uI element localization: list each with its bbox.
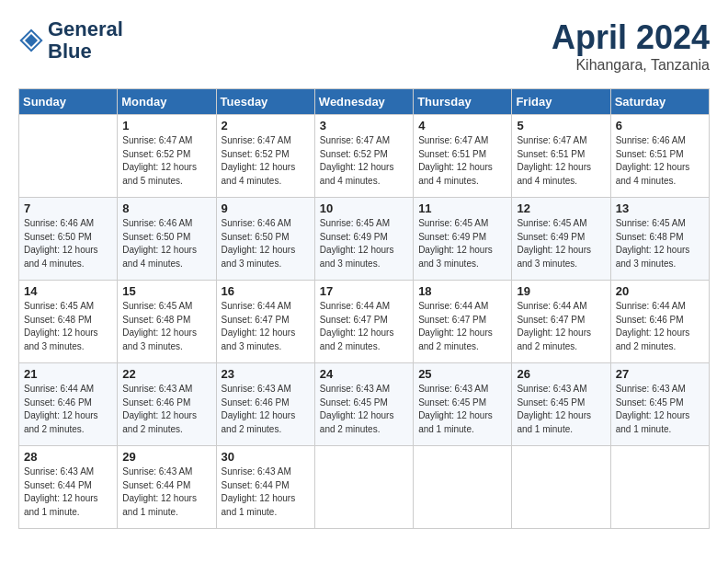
day-number: 7 xyxy=(24,201,112,215)
day-info: Sunrise: 6:43 AM Sunset: 6:45 PM Dayligh… xyxy=(616,383,704,436)
calendar-cell: 2Sunrise: 6:47 AM Sunset: 6:52 PM Daylig… xyxy=(216,115,314,198)
day-number: 21 xyxy=(24,367,112,381)
calendar-body: 1Sunrise: 6:47 AM Sunset: 6:52 PM Daylig… xyxy=(19,115,710,529)
day-number: 22 xyxy=(122,367,210,381)
calendar-week-2: 7Sunrise: 6:46 AM Sunset: 6:50 PM Daylig… xyxy=(19,198,710,281)
day-number: 20 xyxy=(616,284,704,298)
logo-text: General Blue xyxy=(48,18,123,63)
day-info: Sunrise: 6:46 AM Sunset: 6:50 PM Dayligh… xyxy=(24,217,112,270)
calendar-header-row: SundayMondayTuesdayWednesdayThursdayFrid… xyxy=(19,89,710,115)
calendar-cell: 15Sunrise: 6:45 AM Sunset: 6:48 PM Dayli… xyxy=(118,281,216,363)
day-number: 4 xyxy=(418,119,506,132)
day-info: Sunrise: 6:44 AM Sunset: 6:46 PM Dayligh… xyxy=(24,383,112,436)
day-number: 6 xyxy=(616,119,704,132)
calendar-cell: 6Sunrise: 6:46 AM Sunset: 6:51 PM Daylig… xyxy=(610,115,709,198)
column-header-sunday: Sunday xyxy=(19,89,118,115)
day-info: Sunrise: 6:45 AM Sunset: 6:49 PM Dayligh… xyxy=(517,217,605,270)
calendar-cell xyxy=(314,446,413,529)
day-number: 11 xyxy=(418,201,506,215)
calendar-cell: 9Sunrise: 6:46 AM Sunset: 6:50 PM Daylig… xyxy=(216,198,314,281)
day-number: 10 xyxy=(320,201,408,215)
day-info: Sunrise: 6:47 AM Sunset: 6:52 PM Dayligh… xyxy=(122,134,210,188)
calendar-cell xyxy=(19,115,118,198)
location-title: Kihangara, Tanzania xyxy=(552,57,710,74)
day-info: Sunrise: 6:45 AM Sunset: 6:48 PM Dayligh… xyxy=(616,217,704,270)
column-header-monday: Monday xyxy=(118,89,216,115)
day-info: Sunrise: 6:43 AM Sunset: 6:45 PM Dayligh… xyxy=(418,383,506,436)
day-info: Sunrise: 6:47 AM Sunset: 6:51 PM Dayligh… xyxy=(418,134,506,188)
calendar-cell: 12Sunrise: 6:45 AM Sunset: 6:49 PM Dayli… xyxy=(512,198,610,281)
column-header-thursday: Thursday xyxy=(414,89,512,115)
calendar-cell: 1Sunrise: 6:47 AM Sunset: 6:52 PM Daylig… xyxy=(118,115,216,198)
title-block: April 2024 Kihangara, Tanzania xyxy=(552,18,710,74)
day-number: 25 xyxy=(418,367,506,381)
day-info: Sunrise: 6:46 AM Sunset: 6:50 PM Dayligh… xyxy=(122,217,210,270)
calendar-cell: 11Sunrise: 6:45 AM Sunset: 6:49 PM Dayli… xyxy=(414,198,512,281)
day-info: Sunrise: 6:43 AM Sunset: 6:45 PM Dayligh… xyxy=(320,383,408,436)
calendar-cell: 28Sunrise: 6:43 AM Sunset: 6:44 PM Dayli… xyxy=(19,446,118,529)
day-number: 17 xyxy=(320,284,408,298)
calendar-week-4: 21Sunrise: 6:44 AM Sunset: 6:46 PM Dayli… xyxy=(19,363,710,446)
day-info: Sunrise: 6:45 AM Sunset: 6:49 PM Dayligh… xyxy=(320,217,408,270)
logo-icon xyxy=(18,28,44,53)
day-number: 30 xyxy=(222,450,310,464)
day-info: Sunrise: 6:44 AM Sunset: 6:47 PM Dayligh… xyxy=(517,300,605,353)
page-header: General Blue April 2024 Kihangara, Tanza… xyxy=(18,18,710,74)
day-number: 27 xyxy=(616,367,704,381)
calendar-cell: 10Sunrise: 6:45 AM Sunset: 6:49 PM Dayli… xyxy=(314,198,413,281)
calendar-cell: 21Sunrise: 6:44 AM Sunset: 6:46 PM Dayli… xyxy=(19,363,118,446)
day-number: 1 xyxy=(122,119,210,132)
day-info: Sunrise: 6:44 AM Sunset: 6:47 PM Dayligh… xyxy=(418,300,506,353)
day-info: Sunrise: 6:44 AM Sunset: 6:47 PM Dayligh… xyxy=(222,300,310,353)
day-number: 29 xyxy=(122,450,210,464)
calendar-cell: 17Sunrise: 6:44 AM Sunset: 6:47 PM Dayli… xyxy=(314,281,413,363)
calendar-cell: 19Sunrise: 6:44 AM Sunset: 6:47 PM Dayli… xyxy=(512,281,610,363)
calendar-cell: 5Sunrise: 6:47 AM Sunset: 6:51 PM Daylig… xyxy=(512,115,610,198)
day-number: 14 xyxy=(24,284,112,298)
column-header-saturday: Saturday xyxy=(610,89,709,115)
calendar-cell xyxy=(512,446,610,529)
calendar-cell: 20Sunrise: 6:44 AM Sunset: 6:46 PM Dayli… xyxy=(610,281,709,363)
day-number: 23 xyxy=(222,367,310,381)
day-number: 5 xyxy=(517,119,605,132)
calendar-cell: 18Sunrise: 6:44 AM Sunset: 6:47 PM Dayli… xyxy=(414,281,512,363)
calendar-cell: 23Sunrise: 6:43 AM Sunset: 6:46 PM Dayli… xyxy=(216,363,314,446)
calendar-cell: 16Sunrise: 6:44 AM Sunset: 6:47 PM Dayli… xyxy=(216,281,314,363)
day-info: Sunrise: 6:45 AM Sunset: 6:49 PM Dayligh… xyxy=(418,217,506,270)
day-number: 19 xyxy=(517,284,605,298)
day-info: Sunrise: 6:43 AM Sunset: 6:44 PM Dayligh… xyxy=(24,465,112,519)
day-number: 16 xyxy=(222,284,310,298)
day-info: Sunrise: 6:44 AM Sunset: 6:46 PM Dayligh… xyxy=(616,300,704,353)
column-header-friday: Friday xyxy=(512,89,610,115)
calendar-cell: 24Sunrise: 6:43 AM Sunset: 6:45 PM Dayli… xyxy=(314,363,413,446)
calendar-week-3: 14Sunrise: 6:45 AM Sunset: 6:48 PM Dayli… xyxy=(19,281,710,363)
calendar-cell: 8Sunrise: 6:46 AM Sunset: 6:50 PM Daylig… xyxy=(118,198,216,281)
calendar-cell: 25Sunrise: 6:43 AM Sunset: 6:45 PM Dayli… xyxy=(414,363,512,446)
calendar-week-5: 28Sunrise: 6:43 AM Sunset: 6:44 PM Dayli… xyxy=(19,446,710,529)
calendar-table: SundayMondayTuesdayWednesdayThursdayFrid… xyxy=(18,88,710,529)
calendar-cell: 29Sunrise: 6:43 AM Sunset: 6:44 PM Dayli… xyxy=(118,446,216,529)
day-number: 28 xyxy=(24,450,112,464)
calendar-week-1: 1Sunrise: 6:47 AM Sunset: 6:52 PM Daylig… xyxy=(19,115,710,198)
logo: General Blue xyxy=(18,18,123,63)
column-header-tuesday: Tuesday xyxy=(216,89,314,115)
day-number: 24 xyxy=(320,367,408,381)
day-info: Sunrise: 6:43 AM Sunset: 6:46 PM Dayligh… xyxy=(222,383,310,436)
day-info: Sunrise: 6:43 AM Sunset: 6:45 PM Dayligh… xyxy=(517,383,605,436)
calendar-cell xyxy=(414,446,512,529)
day-info: Sunrise: 6:46 AM Sunset: 6:51 PM Dayligh… xyxy=(616,134,704,188)
calendar-cell: 30Sunrise: 6:43 AM Sunset: 6:44 PM Dayli… xyxy=(216,446,314,529)
month-title: April 2024 xyxy=(552,18,710,57)
day-number: 2 xyxy=(222,119,310,132)
day-number: 26 xyxy=(517,367,605,381)
calendar-cell: 3Sunrise: 6:47 AM Sunset: 6:52 PM Daylig… xyxy=(314,115,413,198)
day-number: 13 xyxy=(616,201,704,215)
calendar-cell: 22Sunrise: 6:43 AM Sunset: 6:46 PM Dayli… xyxy=(118,363,216,446)
day-number: 9 xyxy=(222,201,310,215)
calendar-cell: 27Sunrise: 6:43 AM Sunset: 6:45 PM Dayli… xyxy=(610,363,709,446)
day-number: 15 xyxy=(122,284,210,298)
day-number: 12 xyxy=(517,201,605,215)
day-info: Sunrise: 6:47 AM Sunset: 6:52 PM Dayligh… xyxy=(222,134,310,188)
day-info: Sunrise: 6:47 AM Sunset: 6:52 PM Dayligh… xyxy=(320,134,408,188)
day-number: 18 xyxy=(418,284,506,298)
